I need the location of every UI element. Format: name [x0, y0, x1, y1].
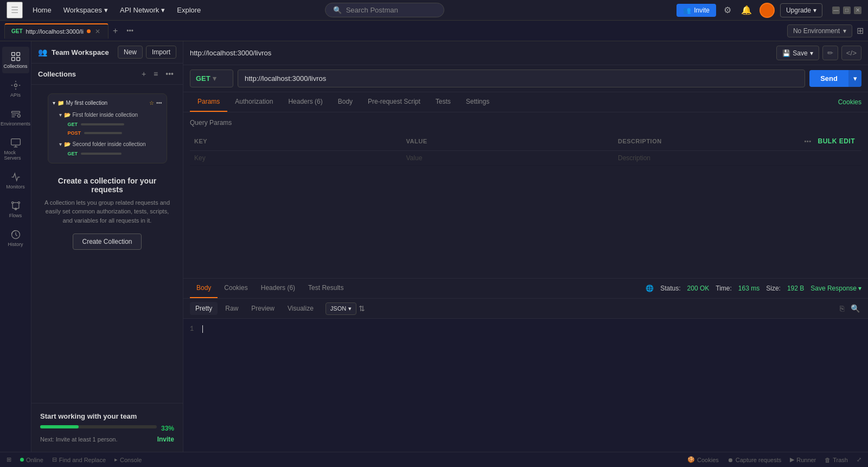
code-button[interactable]: </>	[841, 46, 861, 60]
response-meta: 🌐 Status: 200 OK Time: 163 ms Size: 192 …	[646, 285, 861, 292]
response-tab-test-results[interactable]: Test Results	[302, 279, 350, 298]
bottom-cookies[interactable]: 🍪 Cookies	[687, 456, 719, 463]
upgrade-arrow-icon: ▾	[813, 7, 816, 14]
body-tab-raw[interactable]: Raw	[220, 302, 244, 315]
response-body-tabs: Pretty Raw Preview Visualize JSON ▾ ⇅ ⎘ …	[183, 299, 868, 319]
new-button[interactable]: New	[118, 46, 143, 59]
sidebar-item-monitors[interactable]: Monitors	[2, 167, 29, 194]
settings-button[interactable]: ⚙	[722, 3, 733, 17]
description-input[interactable]	[618, 154, 857, 162]
tabbar: GET http://localhost:3000/li ✕ + ••• No …	[0, 21, 868, 41]
sidebar-item-mock-servers[interactable]: Mock Servers	[2, 133, 29, 165]
svg-rect-7	[11, 139, 20, 146]
import-button[interactable]: Import	[146, 46, 176, 59]
viewport-button[interactable]: ⊞	[857, 26, 864, 36]
value-column-header: VALUE	[402, 132, 614, 151]
body-tab-pretty[interactable]: Pretty	[190, 302, 218, 315]
response-tab-body[interactable]: Body	[190, 279, 218, 298]
expand-view-button[interactable]: ⤢	[857, 456, 861, 463]
status-value: 200 OK	[687, 285, 710, 292]
hamburger-menu[interactable]: ☰	[7, 2, 23, 18]
apis-icon	[10, 80, 21, 91]
new-tab-button[interactable]: +	[108, 24, 122, 38]
response-tab-cookies[interactable]: Cookies	[218, 279, 254, 298]
send-dropdown-button[interactable]: ▾	[848, 70, 861, 87]
create-collection-button[interactable]: Create Collection	[73, 234, 141, 250]
icon-sidebar: Collections APIs Environments Mock Serve…	[0, 41, 31, 452]
send-button[interactable]: Send	[809, 70, 848, 87]
params-title: Query Params	[190, 119, 861, 127]
sidebar-item-history[interactable]: History	[2, 225, 29, 251]
body-tab-visualize[interactable]: Visualize	[282, 302, 319, 315]
edit-button[interactable]: ✏	[822, 46, 838, 60]
tab-tests[interactable]: Tests	[428, 92, 458, 112]
avatar[interactable]	[760, 3, 775, 18]
globe-icon: 🌐	[646, 285, 654, 292]
sidebar-item-collections[interactable]: Collections	[2, 47, 29, 73]
close-button[interactable]: ✕	[854, 7, 861, 14]
console-icon: ▸	[114, 456, 118, 463]
search-icon: 🔍	[333, 6, 342, 14]
online-dot-icon	[20, 458, 24, 462]
collections-header: Collections + ≡ •••	[31, 64, 183, 85]
tab-params[interactable]: Params	[190, 92, 227, 112]
tab-close-icon[interactable]: ✕	[94, 28, 101, 35]
environment-selector[interactable]: No Environment ▾	[787, 24, 852, 37]
time-value: 163 ms	[738, 285, 760, 292]
search-bar[interactable]: 🔍 Search Postman	[325, 3, 444, 17]
bottom-expand[interactable]: ⊞	[7, 456, 11, 463]
save-button[interactable]: 💾 Save ▾	[776, 46, 819, 60]
notifications-button[interactable]: 🔔	[739, 3, 754, 17]
active-tab[interactable]: GET http://localhost:3000/li ✕	[4, 23, 108, 39]
tab-settings[interactable]: Settings	[458, 92, 497, 112]
sidebar-item-environments[interactable]: Environments	[2, 104, 29, 131]
svg-rect-5	[11, 111, 20, 113]
nav-workspaces[interactable]: Workspaces ▾	[58, 4, 113, 16]
size-value: 192 B	[787, 285, 804, 292]
trash-button[interactable]: 🗑 Trash	[825, 456, 848, 463]
cookies-link[interactable]: Cookies	[838, 93, 861, 111]
minimize-button[interactable]: —	[832, 7, 840, 14]
more-collections-button[interactable]: •••	[163, 68, 176, 80]
cookie-icon: 🍪	[687, 456, 695, 463]
body-tab-preview[interactable]: Preview	[246, 302, 280, 315]
params-more-button[interactable]: •••	[804, 138, 811, 144]
tab-body[interactable]: Body	[330, 92, 360, 112]
tab-headers[interactable]: Headers (6)	[280, 92, 330, 112]
team-invite-link[interactable]: Invite	[157, 436, 174, 443]
search-response-button[interactable]: 🔍	[849, 302, 861, 314]
tab-more-button[interactable]: •••	[122, 25, 138, 37]
bulk-edit-button[interactable]: Bulk Edit	[816, 135, 858, 147]
tab-pre-request[interactable]: Pre-request Script	[360, 92, 428, 112]
nav-api-network[interactable]: API Network ▾	[114, 4, 170, 16]
find-replace-button[interactable]: ⊟ Find and Replace	[52, 456, 106, 463]
runner-button[interactable]: ▶ Runner	[790, 456, 816, 463]
capture-icon: ⏺	[727, 457, 733, 463]
response-tab-headers[interactable]: Headers (6)	[254, 279, 302, 298]
upgrade-button[interactable]: Upgrade ▾	[780, 3, 822, 17]
sidebar-item-flows[interactable]: Flows	[2, 196, 29, 223]
capture-requests-button[interactable]: ⏺ Capture requests	[727, 456, 781, 463]
copy-response-button[interactable]: ⎘	[838, 302, 846, 314]
restore-button[interactable]: □	[843, 7, 851, 14]
nav-home[interactable]: Home	[27, 4, 57, 16]
nav-explore[interactable]: Explore	[171, 4, 206, 16]
sort-response-button[interactable]: ⇅	[359, 304, 365, 313]
titlebar: ☰ Home Workspaces ▾ API Network ▾ Explor…	[0, 0, 868, 21]
json-format-selector[interactable]: JSON ▾	[326, 302, 356, 315]
create-collection-title: Create a collection for your requests	[42, 176, 172, 194]
console-button[interactable]: ▸ Console	[114, 456, 142, 463]
save-response-button[interactable]: Save Response ▾	[810, 285, 861, 292]
sidebar-item-apis[interactable]: APIs	[2, 75, 29, 102]
response-tabs-bar: Body Cookies Headers (6) Test Results 🌐 …	[183, 279, 868, 299]
value-input[interactable]	[406, 154, 610, 162]
url-input[interactable]	[238, 70, 805, 87]
tab-authorization[interactable]: Authorization	[227, 92, 280, 112]
method-selector[interactable]: GET ▾	[190, 70, 233, 87]
expand-icon: ⊞	[7, 456, 11, 463]
sort-collections-button[interactable]: ≡	[151, 68, 161, 80]
add-collection-button[interactable]: +	[139, 68, 149, 80]
progress-label: 33%	[161, 425, 174, 432]
key-input[interactable]	[194, 154, 398, 162]
invite-button[interactable]: 👥 Invite	[676, 4, 716, 17]
